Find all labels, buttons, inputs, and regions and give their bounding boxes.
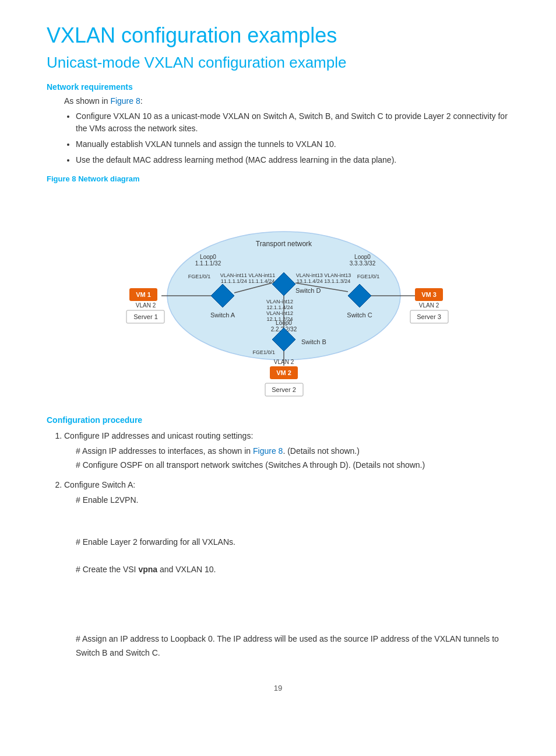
step1-sublines: # Assign IP addresses to interfaces, as … <box>76 444 509 473</box>
network-diagram-figure: Transport network Loop0 1.1.1.1/32 Loop0… <box>47 188 509 398</box>
svg-text:VLAN 2: VLAN 2 <box>136 302 156 309</box>
svg-text:13.1.1.4/24 13.1.1.3/24: 13.1.1.4/24 13.1.1.3/24 <box>297 278 351 284</box>
svg-text:Switch A: Switch A <box>210 312 235 318</box>
svg-text:VLAN-int12: VLAN-int12 <box>266 310 293 316</box>
config-procedure-heading: Configuration procedure <box>47 415 509 425</box>
svg-text:Transport network: Transport network <box>256 240 312 248</box>
config-step-2: Configure Switch A: # Enable L2VPN. # En… <box>64 478 509 660</box>
svg-text:1.1.1.1/32: 1.1.1.1/32 <box>195 260 221 267</box>
svg-text:VM 1: VM 1 <box>136 291 151 298</box>
svg-text:FGE1/0/1: FGE1/0/1 <box>252 349 275 355</box>
step2-line1: # Enable L2VPN. <box>76 494 509 508</box>
svg-text:Loop0: Loop0 <box>354 254 371 260</box>
network-requirements-heading: Network requirements <box>47 82 509 92</box>
figure8-link-intro[interactable]: Figure 8 <box>110 96 140 106</box>
requirement-3: Use the default MAC address learning met… <box>76 154 509 166</box>
svg-text:VLAN 2: VLAN 2 <box>274 359 294 365</box>
step1-text: Configure IP addresses and unicast routi… <box>64 431 253 440</box>
step2-sublines: # Enable L2VPN. # Enable Layer 2 forward… <box>76 494 509 660</box>
requirement-1: Configure VXLAN 10 as a unicast-mode VXL… <box>76 110 509 135</box>
step1-line1: # Assign IP addresses to interfaces, as … <box>76 444 509 459</box>
section-subtitle: Unicast-mode VXLAN configuration example <box>47 54 509 72</box>
intro-paragraph: As shown in Figure 8: <box>64 96 509 106</box>
svg-text:VLAN-int11 VLAN-int11: VLAN-int11 VLAN-int11 <box>220 272 276 278</box>
step2-text: Configure Switch A: <box>64 480 135 489</box>
svg-text:11.1.1.1/24 11.1.1.4/24: 11.1.1.1/24 11.1.1.4/24 <box>221 278 275 284</box>
svg-text:Loop0: Loop0 <box>200 254 216 260</box>
svg-text:Switch C: Switch C <box>347 312 372 318</box>
svg-text:VLAN 2: VLAN 2 <box>419 302 439 309</box>
network-diagram-svg: Transport network Loop0 1.1.1.1/32 Loop0… <box>97 188 459 398</box>
step2-line3: # Create the VSI vpna and VXLAN 10. <box>76 563 509 577</box>
step1-line2: # Configure OSPF on all transport networ… <box>76 459 509 473</box>
svg-text:Switch D: Switch D <box>295 287 321 294</box>
svg-text:Server 2: Server 2 <box>272 386 296 393</box>
step2-line4: # Assign an IP address to Loopback 0. Th… <box>76 632 509 660</box>
svg-text:FGE1/0/1: FGE1/0/1 <box>357 274 380 279</box>
svg-text:12.1.1.4/24: 12.1.1.4/24 <box>266 304 293 310</box>
config-step-1: Configure IP addresses and unicast routi… <box>64 429 509 473</box>
config-steps-list: Configure IP addresses and unicast routi… <box>64 429 509 660</box>
svg-text:VLAN-int13 VLAN-int13: VLAN-int13 VLAN-int13 <box>296 272 351 278</box>
step2-line2: # Enable Layer 2 forwarding for all VXLA… <box>76 536 509 550</box>
page-title: VXLAN configuration examples <box>47 23 509 48</box>
figure-title: Figure 8 Network diagram <box>47 174 509 183</box>
svg-text:VM 3: VM 3 <box>421 291 437 298</box>
svg-text:VLAN-int12: VLAN-int12 <box>266 299 293 304</box>
figure8-link-step1[interactable]: Figure 8 <box>253 446 283 456</box>
requirement-2: Manually establish VXLAN tunnels and ass… <box>76 138 509 150</box>
svg-text:FGE1/0/1: FGE1/0/1 <box>188 274 211 279</box>
page-number: 19 <box>47 684 509 692</box>
svg-text:Server 3: Server 3 <box>417 313 441 320</box>
svg-text:Server 1: Server 1 <box>133 313 158 320</box>
requirements-list: Configure VXLAN 10 as a unicast-mode VXL… <box>76 110 509 166</box>
svg-text:3.3.3.3/32: 3.3.3.3/32 <box>350 260 376 267</box>
svg-text:Switch B: Switch B <box>301 338 326 345</box>
svg-text:VM 2: VM 2 <box>276 369 291 376</box>
svg-text:12.1.1.2/24: 12.1.1.2/24 <box>266 316 293 322</box>
